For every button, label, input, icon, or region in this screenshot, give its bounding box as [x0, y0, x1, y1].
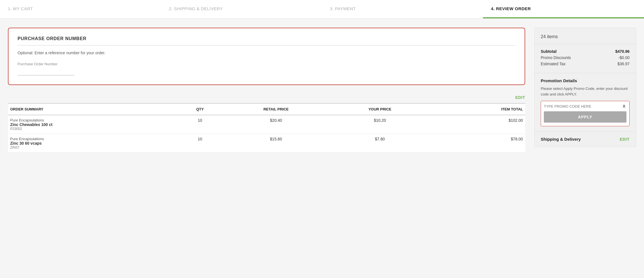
- step-shipping-delivery[interactable]: 2. Shipping & Delivery: [161, 0, 322, 18]
- table-row: Pure Encapsulations Zinc 30 60 vcaps ZIN…: [8, 134, 525, 153]
- product-brand: Pure Encapsulations: [10, 118, 176, 122]
- po-title: Purchase Order Number: [18, 36, 516, 45]
- po-section: Purchase Order Number Optional: Enter a …: [8, 28, 525, 85]
- left-column: Purchase Order Number Optional: Enter a …: [8, 28, 525, 153]
- promo-code-input[interactable]: [544, 104, 622, 108]
- col-item-total: Item Total: [430, 103, 525, 115]
- main-layout: Purchase Order Number Optional: Enter a …: [0, 19, 644, 162]
- shipping-title: Shipping & Delivery: [541, 137, 581, 142]
- edit-link-area: EDIT: [8, 95, 525, 100]
- product-brand: Pure Encapsulations: [10, 137, 176, 141]
- order-table: ORDER SUMMARY Qty Retail Price Your Pric…: [8, 103, 525, 153]
- promo-apply-button[interactable]: APPLY: [544, 111, 626, 123]
- estimated-tax-label: Estimated Tax: [541, 62, 566, 66]
- product-retail-price: $20.40: [222, 115, 330, 134]
- sidebar-totals: Subtotal $470.96 Promo Discounts -$0.00 …: [534, 44, 636, 73]
- po-description: Optional: Enter a reference number for y…: [18, 51, 516, 55]
- items-count: 24 items: [534, 28, 636, 44]
- promo-discounts-row: Promo Discounts -$0.00: [541, 55, 630, 60]
- po-input-label: Purchase Order Number: [18, 62, 516, 66]
- subtotal-label: Subtotal: [541, 49, 557, 54]
- product-info: Pure Encapsulations Zinc 30 60 vcaps ZIN…: [8, 134, 178, 153]
- shipping-edit-button[interactable]: EDIT: [620, 137, 630, 142]
- estimated-tax-value: $36.97: [617, 62, 630, 66]
- subtotal-row: Subtotal $470.96: [541, 49, 630, 54]
- product-sku: ZIN37: [10, 145, 176, 149]
- promo-discounts-label: Promo Discounts: [541, 55, 571, 60]
- estimated-tax-row: Estimated Tax $36.97: [541, 62, 630, 66]
- promo-discounts-value: -$0.00: [618, 55, 630, 60]
- right-sidebar: 24 items Subtotal $470.96 Promo Discount…: [534, 28, 636, 147]
- promo-input-row: X: [544, 104, 626, 108]
- product-info: Pure Encapsulations Zinc Chewables 100 c…: [8, 115, 178, 134]
- product-qty: 10: [178, 134, 222, 153]
- product-sku: P23052: [10, 127, 176, 131]
- product-item-total: $102.00: [430, 115, 525, 134]
- promo-title: Promotion Details: [541, 78, 630, 83]
- product-your-price: $10.20: [330, 115, 430, 134]
- col-product: ORDER SUMMARY: [8, 103, 178, 115]
- po-input[interactable]: [18, 68, 74, 75]
- step-review-order[interactable]: 4. Review Order: [483, 0, 644, 18]
- table-row: Pure Encapsulations Zinc Chewables 100 c…: [8, 115, 525, 134]
- promo-input-area: X APPLY: [541, 101, 630, 126]
- col-qty: Qty: [178, 103, 222, 115]
- col-retail-price: Retail Price: [222, 103, 330, 115]
- product-retail-price: $15.60: [222, 134, 330, 153]
- product-qty: 10: [178, 115, 222, 134]
- subtotal-value: $470.96: [615, 49, 630, 54]
- step-my-cart[interactable]: 1. My Cart: [0, 0, 161, 18]
- sidebar-promo: Promotion Details Please select Apply Pr…: [534, 73, 636, 132]
- order-summary-edit-button[interactable]: EDIT: [515, 95, 525, 100]
- product-name: Zinc Chewables 100 ct: [10, 122, 176, 127]
- sidebar-shipping: Shipping & Delivery EDIT: [534, 132, 636, 147]
- product-item-total: $78.00: [430, 134, 525, 153]
- col-your-price: Your Price: [330, 103, 430, 115]
- product-your-price: $7.80: [330, 134, 430, 153]
- step-payment[interactable]: 3. Payment: [322, 0, 483, 18]
- promo-clear-button[interactable]: X: [622, 104, 626, 108]
- product-name: Zinc 30 60 vcaps: [10, 141, 176, 145]
- order-summary-section: ORDER SUMMARY Qty Retail Price Your Pric…: [8, 103, 525, 153]
- stepper: 1. My Cart 2. Shipping & Delivery 3. Pay…: [0, 0, 644, 19]
- promo-description: Please select Apply Promo Code, enter yo…: [541, 86, 630, 97]
